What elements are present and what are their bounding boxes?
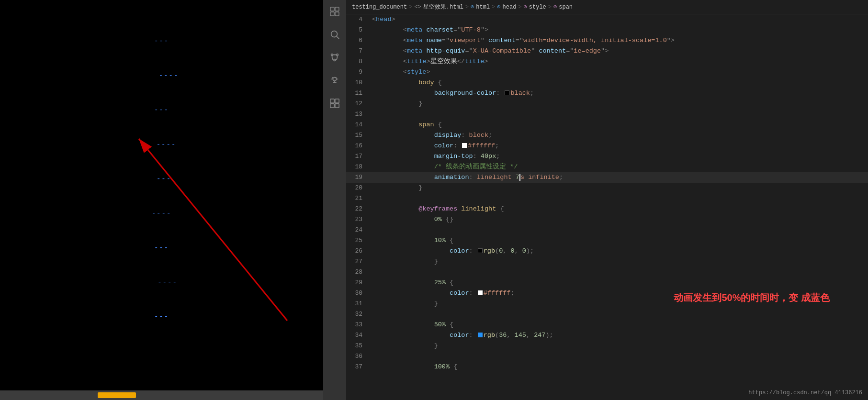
code-line-11: 11 background-color: black; — [346, 88, 868, 99]
code-line-16: 16 color: #ffffff; — [346, 141, 868, 151]
breadcrumb-span: span — [559, 4, 573, 11]
code-line-26: 26 color: rgb(0, 0, 0); — [346, 246, 868, 256]
dash-7: --- — [154, 244, 169, 252]
breadcrumb-sep-5: > — [548, 4, 552, 11]
dash-6: ---- — [152, 210, 172, 217]
breadcrumb-file-icon: <> — [414, 4, 421, 11]
code-line-31: 31 } — [346, 299, 868, 309]
breadcrumb-style: style — [529, 4, 546, 11]
dash-5: --- — [157, 175, 171, 183]
svg-point-9 — [337, 54, 338, 56]
code-line-18: 18 /* 线条的动画属性设定 */ — [346, 162, 868, 172]
code-line-28: 28 — [346, 267, 868, 278]
svg-rect-14 — [330, 104, 334, 108]
code-line-34: 34 color: rgb(36, 145, 247); — [346, 330, 868, 341]
breadcrumb-head: head — [503, 4, 517, 11]
breadcrumb-file: 星空效果.html — [423, 3, 463, 11]
breadcrumb-folder: testing_document — [352, 4, 407, 11]
dash-2: ---- — [159, 72, 179, 79]
csdn-link: https://blog.csdn.net/qq_41136216 — [748, 389, 862, 396]
code-line-20: 20 } — [346, 183, 868, 193]
svg-line-1 — [139, 139, 287, 321]
code-line-27: 27 } — [346, 256, 868, 267]
svg-rect-4 — [330, 12, 334, 16]
breadcrumb-sep-3: > — [492, 4, 495, 11]
code-line-7: 7 <meta http-equiv="X-UA-Compatible" con… — [346, 46, 868, 56]
breadcrumb-html-icon: ⊙ — [471, 3, 474, 11]
code-line-5: 5 <meta charset="UTF-8"> — [346, 25, 868, 35]
breadcrumb: testing_document > <> 星空效果.html > ⊙ html… — [346, 0, 868, 14]
code-line-8: 8 <title>星空效果</title> — [346, 56, 868, 67]
svg-point-10 — [334, 59, 336, 61]
source-control-icon[interactable] — [327, 50, 342, 65]
dash-9: --- — [154, 313, 169, 321]
svg-rect-2 — [330, 7, 334, 11]
extensions-icon[interactable] — [327, 96, 342, 111]
breadcrumb-head-icon: ⊙ — [497, 3, 500, 11]
svg-point-6 — [331, 31, 338, 37]
dash-3: --- — [154, 106, 169, 114]
code-line-22: 22 @keyframes linelight { — [346, 204, 868, 214]
code-line-37: 37 100% { — [346, 362, 868, 372]
code-line-30: 30 color: #ffffff; — [346, 288, 868, 299]
debug-icon[interactable] — [327, 73, 342, 88]
annotation-arrow — [0, 0, 323, 400]
explorer-icon[interactable] — [327, 4, 342, 19]
code-line-4: 4 <head> — [346, 14, 868, 25]
svg-rect-3 — [335, 7, 339, 11]
code-line-32: 32 — [346, 309, 868, 320]
breadcrumb-sep-1: > — [409, 4, 412, 11]
code-line-10: 10 body { — [346, 78, 868, 88]
code-line-17: 17 margin-top: 40px; — [346, 151, 868, 162]
search-icon[interactable] — [327, 27, 342, 42]
code-line-14: 14 span { — [346, 120, 868, 130]
svg-rect-15 — [335, 104, 339, 108]
dash-1: --- — [154, 37, 169, 45]
svg-line-7 — [337, 36, 339, 39]
code-line-19: 19 animation: linelight 7s infinite; — [346, 172, 868, 183]
code-line-9: 9 <style> — [346, 67, 868, 78]
breadcrumb-sep-4: > — [518, 4, 521, 11]
code-line-23: 23 0% {} — [346, 214, 868, 225]
code-line-33: 33 50% { — [346, 320, 868, 330]
code-line-15: 15 display: block; — [346, 130, 868, 141]
code-editor: testing_document > <> 星空效果.html > ⊙ html… — [346, 0, 868, 400]
breadcrumb-html: html — [476, 4, 490, 11]
dash-4: ---- — [157, 141, 177, 148]
svg-rect-13 — [335, 99, 339, 103]
code-line-6: 6 <meta name="viewport" content="width=d… — [346, 35, 868, 46]
breadcrumb-span-icon: ⊙ — [553, 3, 557, 11]
code-area[interactable]: 4 <head> 5 <meta charset="UTF-8"> 6 <met… — [346, 14, 868, 400]
code-line-25: 25 10% { — [346, 235, 868, 246]
breadcrumb-style-icon: ⊙ — [524, 3, 527, 11]
code-line-35: 35 } — [346, 341, 868, 351]
svg-rect-5 — [335, 12, 339, 16]
code-line-29: 29 25% { — [346, 278, 868, 288]
code-line-24: 24 — [346, 225, 868, 235]
code-line-36: 36 — [346, 351, 868, 362]
code-line-21: 21 — [346, 193, 868, 204]
svg-point-8 — [331, 54, 333, 56]
breadcrumb-sep-2: > — [465, 4, 469, 11]
svg-rect-12 — [330, 99, 334, 103]
code-line-13: 13 — [346, 109, 868, 120]
activity-bar — [323, 0, 346, 400]
preview-panel: --- ---- --- ---- --- ---- --- ---- --- — [0, 0, 323, 400]
dash-8: ---- — [158, 278, 178, 286]
code-line-12: 12 } — [346, 99, 868, 109]
